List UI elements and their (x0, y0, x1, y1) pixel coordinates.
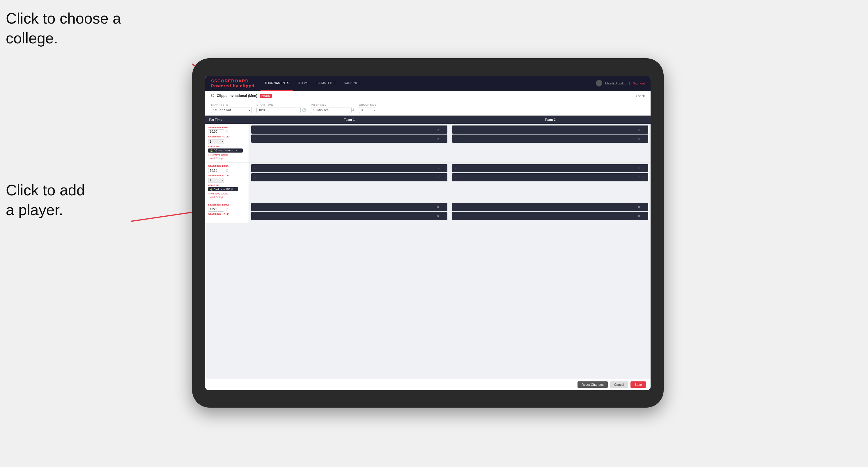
starting-hole-select-2[interactable]: 1 (208, 178, 224, 183)
course-icon-2: ⛳ (210, 188, 213, 191)
annotation-choose-college: Click to choose a college. (6, 9, 121, 48)
slot-x-btn-t1-3b[interactable]: ✕ (436, 215, 440, 218)
course-icon-1: ⛳ (210, 149, 213, 152)
course-name-2: East Lake GC (214, 188, 230, 191)
remove-group-link-2[interactable]: ○ Remove Group (208, 192, 246, 195)
add-group-link-1[interactable]: + Add Group (208, 157, 246, 160)
slot-expand-btn-t1-2b[interactable]: ⋮ (441, 176, 445, 179)
start-type-select[interactable]: 1st Tee Start (211, 107, 252, 113)
slot-x-btn-t2-3a[interactable]: ✕ (637, 206, 641, 209)
time-icon-3: ⏱ (225, 207, 229, 211)
group-left-3: Starting Time: ⏱ Starting Hole: (205, 201, 249, 223)
nav-tab-tournaments[interactable]: TOURNAMENTS (260, 76, 293, 91)
sign-out-link[interactable]: Sign out (633, 82, 645, 85)
sub-header: C Clippd Invitational (Men) Hosting Back (205, 91, 651, 101)
tablet-screen: SSCOREBOARD Powered by clippd TOURNAMENT… (205, 76, 651, 390)
player-slot-t2-2a[interactable]: ＋ ✕ ⋮ (452, 164, 648, 173)
slot-expand-btn-1a[interactable]: ⋮ (441, 128, 445, 131)
remove-group-link-1[interactable]: ○ Remove Group (208, 153, 246, 156)
slot-expand-btn-t1-3b[interactable]: ⋮ (441, 215, 445, 218)
player-slot-t2-3b[interactable]: ＋ ✕ ⋮ (452, 212, 648, 220)
slot-expand-btn-t1-3a[interactable]: ⋮ (441, 206, 445, 209)
team2-col-1: ＋ ✕ ⋮ ＋ ✕ ⋮ (450, 124, 651, 162)
group-size-label: Group Size (359, 103, 376, 106)
starting-hole-select-1[interactable]: 1 (208, 139, 224, 144)
back-button[interactable]: Back (636, 94, 645, 97)
starting-time-input-3[interactable] (208, 207, 224, 212)
nav-tab-teams[interactable]: TEAMS (293, 76, 312, 91)
intervals-select[interactable]: 10 Minutes (311, 107, 352, 113)
player-slot-icon-t1-3b: ＋ (253, 214, 256, 218)
add-group-link-2[interactable]: + Add Group (208, 196, 246, 198)
starting-time-label-2: Starting Time: (208, 165, 246, 167)
player-slot-t2-3a[interactable]: ＋ ✕ ⋮ (452, 203, 648, 211)
player-slot-t1-3a[interactable]: ＋ ✕ ⋮ (251, 203, 447, 211)
team1-col-1: ＋ ✕ ⋮ ＋ ✕ ⋮ (249, 124, 450, 162)
course-label-1: Course: (208, 145, 246, 148)
slot-expand-btn-t2-1b[interactable]: ⋮ (642, 137, 646, 140)
nav-tab-committee[interactable]: COMMITTEE (312, 76, 340, 91)
slot-expand-btn-t2-3b[interactable]: ⋮ (642, 215, 646, 218)
slot-x-btn-t1-3a[interactable]: ✕ (436, 206, 440, 209)
remove-course-1[interactable]: ✕ (236, 149, 238, 152)
starting-time-label-3: Starting Time: (208, 204, 246, 206)
player-slot-t2-1b[interactable]: ＋ ✕ ⋮ (452, 134, 648, 143)
slot-expand-btn-t2-1a[interactable]: ⋮ (642, 128, 646, 131)
slot-x-btn-t1-2a[interactable]: ✕ (436, 167, 440, 170)
player-slot-t1-3b[interactable]: ＋ ✕ ⋮ (251, 212, 447, 220)
player-slot-t1-2b[interactable]: ＋ ✕ ⋮ (251, 173, 447, 181)
player-slot-icon-t2-3a: ＋ (454, 205, 457, 209)
controls-row: Start Type 1st Tee Start Start Time 🕐 (205, 101, 651, 116)
player-slot-t1-2a[interactable]: ＋ ✕ ⋮ (251, 164, 447, 173)
reset-changes-button[interactable]: Reset Changes (578, 381, 608, 388)
starting-time-input-2[interactable] (208, 168, 224, 173)
group-row-2: Starting Time: ⏱ Starting Hole: 1 (205, 162, 651, 201)
group-size-select[interactable]: 3 (359, 107, 376, 113)
cancel-button[interactable]: Cancel (610, 381, 628, 388)
player-slot-icon-t2-3b: ＋ (454, 214, 457, 218)
player-slot-t1-1b[interactable]: ＋ ✕ ⋮ (251, 134, 447, 143)
clock-icon: 🕐 (302, 108, 306, 112)
start-time-label: Start Time (256, 103, 306, 106)
nav-tabs: TOURNAMENTS TEAMS COMMITTEE RANKINGS (260, 76, 365, 91)
hosting-badge: Hosting (260, 94, 272, 98)
starting-time-label-1: Starting Time: (208, 126, 246, 129)
nav-tab-rankings[interactable]: RANKINGS (340, 76, 365, 91)
slot-expand-btn-t2-2b[interactable]: ⋮ (642, 176, 646, 179)
clippd-logo: C (211, 93, 215, 98)
slot-expand-btn-t2-2a[interactable]: ⋮ (642, 167, 646, 170)
player-slot-icon-t2-2b: ＋ (454, 175, 457, 179)
starting-time-input-1[interactable] (208, 129, 224, 134)
slot-x-btn-t2-2a[interactable]: ✕ (637, 167, 641, 170)
slot-expand-btn-t1-2a[interactable]: ⋮ (441, 167, 445, 170)
remove-course-2[interactable]: ✕ (231, 188, 233, 191)
save-button[interactable]: Save (630, 381, 646, 388)
slot-x-btn-1a[interactable]: ✕ (436, 128, 440, 131)
slot-x-btn-t2-1a[interactable]: ✕ (637, 128, 641, 131)
intervals-control: Intervals 10 Minutes ℹ (311, 103, 354, 113)
annotation-add-player: Click to add a player. (6, 181, 85, 220)
slot-expand-btn-1b[interactable]: ⋮ (441, 137, 445, 140)
slot-x-btn-t1-2b[interactable]: ✕ (436, 176, 440, 179)
player-slot-icon-t2-2a: ＋ (454, 166, 457, 170)
event-name: Clippd Invitational (Men) (217, 94, 257, 98)
slot-x-btn-t2-1b[interactable]: ✕ (637, 137, 641, 140)
expand-course-2[interactable]: ⋮ (234, 188, 237, 191)
player-slot-t2-1a[interactable]: ＋ ✕ ⋮ (452, 125, 648, 134)
start-time-control: Start Time 🕐 (256, 103, 306, 113)
slot-x-btn-1b[interactable]: ✕ (436, 137, 440, 140)
table-header: Tee Time Team 1 Team 2 (205, 116, 651, 124)
slot-expand-btn-t2-3a[interactable]: ⋮ (642, 206, 646, 209)
player-slot-icon-t2-1a: ＋ (454, 127, 457, 132)
slot-x-btn-t2-3b[interactable]: ✕ (637, 215, 641, 218)
starting-hole-label-2: Starting Hole: (208, 174, 246, 177)
col-header-tee-time: Tee Time (205, 116, 249, 124)
slot-x-btn-t2-2b[interactable]: ✕ (637, 176, 641, 179)
start-time-input[interactable] (256, 107, 301, 113)
player-slot-t1-1a[interactable]: ＋ ✕ ⋮ (251, 125, 447, 134)
expand-course-1[interactable]: ⋮ (239, 149, 241, 152)
col-header-team2: Team 2 (450, 116, 651, 124)
player-slot-t2-2b[interactable]: ＋ ✕ ⋮ (452, 173, 648, 181)
col-header-team1: Team 1 (249, 116, 450, 124)
group-left-2: Starting Time: ⏱ Starting Hole: 1 (205, 162, 249, 201)
